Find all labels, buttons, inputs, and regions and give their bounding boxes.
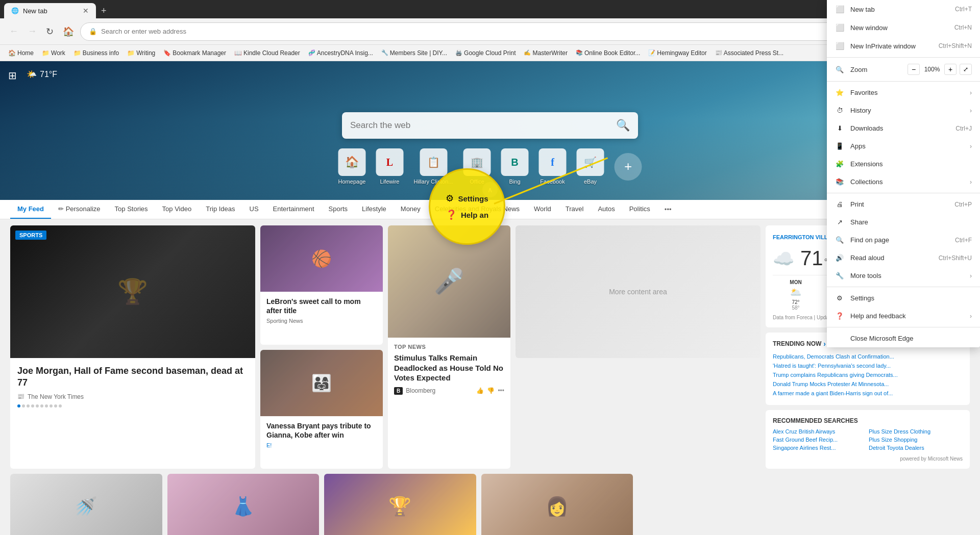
address-bar[interactable]: 🔒 ☆ — [80, 22, 883, 41]
address-input[interactable] — [101, 28, 863, 35]
rec-item-2[interactable]: Plus Size Dress Clothing — [869, 428, 963, 435]
history-icon: ⏱ — [835, 107, 844, 114]
bookmark-google-print[interactable]: 🖨️ Google Cloud Print — [451, 48, 520, 58]
trending-item-3[interactable]: Trump complains Republicans giving Democ… — [773, 370, 963, 379]
menu-new-window[interactable]: ⬜ New window Ctrl+N — [827, 18, 980, 37]
home-button[interactable]: 🏠 — [60, 23, 77, 40]
tab[interactable]: 🌐 New tab ✕ — [4, 3, 96, 18]
rec-item-3[interactable]: Fast Ground Beef Recip... — [773, 437, 867, 443]
quick-link-homepage[interactable]: 🏠 Homepage — [338, 148, 365, 185]
quick-link-ebay[interactable]: 🛒 eBay — [577, 148, 604, 185]
nav-top-video[interactable]: Top Video — [155, 200, 199, 219]
menu-extensions[interactable]: 🧩 Extensions — [827, 155, 980, 173]
bindi-card[interactable]: 👩 TV Bindi Irwin shares update on pregna… — [481, 474, 633, 535]
top-news-title: Stimulus Talks Remain Deadlocked as Hous… — [394, 353, 504, 383]
add-quick-link-button[interactable]: + — [615, 153, 642, 181]
nav-us[interactable]: US — [242, 200, 266, 219]
bookmark-manager[interactable]: 🔖 Bookmark Manager — [159, 48, 230, 58]
trending-item-5[interactable]: A farmer made a giant Biden-Harris sign … — [773, 389, 963, 398]
menu-collections[interactable]: 📚 Collections › — [827, 173, 980, 191]
top-news-card[interactable]: 🎤 TOP NEWS Stimulus Talks Remain Deadloc… — [388, 225, 510, 469]
top-news-label: TOP NEWS — [394, 344, 504, 350]
nav-money[interactable]: Money — [394, 200, 428, 219]
nav-politics[interactable]: Politics — [622, 200, 657, 219]
settings-menu-icon: ⚙ — [835, 294, 844, 302]
rec-item-5[interactable]: Singapore Airlines Rest... — [773, 445, 867, 451]
menu-find[interactable]: 🔍 Find on page Ctrl+F — [827, 231, 980, 249]
vanessa-card-image: 👨‍👩‍👧 — [260, 350, 383, 416]
menu-more-tools[interactable]: 🔧 More tools › — [827, 267, 980, 285]
grid-menu-button[interactable]: ⊞ — [8, 69, 17, 82]
bookmark-work[interactable]: 📁 Work — [38, 48, 69, 58]
zoom-out-button[interactable]: − — [908, 64, 920, 75]
tab-label: New tab — [23, 7, 47, 15]
nav-entertainment[interactable]: Entertainment — [266, 200, 322, 219]
trending-item-1[interactable]: Republicans, Democrats Clash at Confirma… — [773, 352, 963, 361]
forward-button[interactable]: → — [24, 23, 40, 40]
like-icon[interactable]: 👍 — [476, 387, 484, 394]
lakers-card-image: 🏆 — [324, 474, 476, 535]
menu-print[interactable]: 🖨 Print Ctrl+P — [827, 195, 980, 213]
search-input[interactable] — [350, 120, 610, 131]
bookmark-business[interactable]: 📁 Business info — [69, 48, 123, 58]
bookmark-hemingway[interactable]: 📝 Hemingway Editor — [644, 48, 710, 58]
nav-personalize[interactable]: ✏ Personalize — [51, 200, 108, 219]
bookmark-ap[interactable]: 📰 Associated Press St... — [711, 48, 788, 58]
nav-more[interactable]: ••• — [657, 200, 679, 218]
nav-trip-ideas[interactable]: Trip Ideas — [199, 200, 242, 219]
menu-downloads[interactable]: ⬇ Downloads Ctrl+J — [827, 119, 980, 137]
rec-item-6[interactable]: Detroit Toyota Dealers — [869, 445, 963, 451]
menu-favorites[interactable]: ⭐ Favorites › — [827, 84, 980, 101]
lebron-card[interactable]: 🏀 LeBron's sweet call to mom after title… — [260, 225, 383, 345]
trending-item-4[interactable]: Donald Trump Mocks Protester At Minnesot… — [773, 379, 963, 389]
nav-sports[interactable]: Sports — [322, 200, 355, 219]
bookmark-home[interactable]: 🏠 Home — [4, 48, 38, 58]
search-button[interactable]: 🔍 — [616, 119, 630, 132]
menu-new-tab[interactable]: ⬜ New tab Ctrl+T — [827, 0, 980, 18]
search-box[interactable]: 🔍 — [342, 112, 638, 139]
favorites-menu-icon: ⭐ — [835, 89, 844, 96]
back-button[interactable]: ← — [6, 23, 21, 40]
menu-help[interactable]: ❓ Help and feedback › — [827, 307, 980, 325]
bookmark-writing[interactable]: 📁 Writing — [123, 48, 159, 58]
menu-read-aloud[interactable]: 🔊 Read aloud Ctrl+Shift+U — [827, 249, 980, 267]
zoom-in-button[interactable]: + — [944, 64, 957, 75]
reload-button[interactable]: ↻ — [43, 23, 57, 40]
nav-autos[interactable]: Autos — [591, 200, 622, 219]
plus-size-card[interactable]: 👗 On The Plus Side - Flatter Your Curves — [167, 474, 320, 535]
lakers-card[interactable]: 🏆 NBA Vanessa Bryant wishes Kobe and Gig… — [324, 474, 476, 535]
nav-lifestyle[interactable]: Lifestyle — [355, 200, 394, 219]
menu-apps[interactable]: 📱 Apps › — [827, 137, 980, 155]
quick-link-lifewire[interactable]: L Lifewire — [376, 148, 403, 185]
rec-item-1[interactable]: Alex Cruz British Airways — [773, 428, 867, 435]
trending-item-2[interactable]: 'Hatred is taught': Pennsylvania's secon… — [773, 361, 963, 370]
nav-travel[interactable]: Travel — [558, 200, 591, 219]
bookmark-masterwriter[interactable]: ✍️ MasterWriter — [520, 48, 571, 58]
menu-close-edge[interactable]: Close Microsoft Edge — [827, 329, 980, 347]
bookmark-kindle[interactable]: 📖 Kindle Cloud Reader — [230, 48, 304, 58]
zoom-fullscreen-button[interactable]: ⤢ — [960, 64, 972, 75]
nav-top-stories[interactable]: Top Stories — [108, 200, 155, 219]
new-tab-button[interactable]: + — [96, 4, 112, 18]
menu-history[interactable]: ⏱ History › — [827, 101, 980, 119]
menu-settings[interactable]: ⚙ Settings — [827, 289, 980, 307]
more-tools-icon: 🔧 — [835, 272, 844, 279]
featured-card-image: 🏆 SPORTS — [10, 225, 255, 358]
bookmark-ancestry[interactable]: 🧬 AncestryDNA Insig... — [304, 48, 377, 58]
more-icon[interactable]: ••• — [498, 387, 504, 394]
menu-share[interactable]: ↗ Share — [827, 213, 980, 231]
bookmark-members[interactable]: 🔧 Members Site | DIY... — [377, 48, 451, 58]
vanessa-card[interactable]: 👨‍👩‍👧 Vanessa Bryant pays tribute to Gia… — [260, 350, 383, 469]
settings-circle-item-1[interactable]: ⚙ Settings — [446, 193, 488, 204]
nav-world[interactable]: World — [527, 200, 558, 219]
menu-inprivate[interactable]: ⬜ New InPrivate window Ctrl+Shift+N — [827, 37, 980, 55]
tab-close-icon[interactable]: ✕ — [83, 7, 89, 15]
nav-my-feed[interactable]: My Feed — [10, 200, 51, 219]
shower-card[interactable]: 🚿 How To Easily Fix Low Water Pressure I… — [10, 474, 162, 535]
weather-widget: 🌤️ 71°F — [27, 69, 57, 79]
dislike-icon[interactable]: 👎 — [487, 387, 495, 394]
featured-sports-card[interactable]: 🏆 SPORTS Joe Morgan, Hall of Fame second… — [10, 225, 255, 469]
settings-circle-item-2[interactable]: ❓ Help an — [446, 209, 488, 220]
rec-item-4[interactable]: Plus Size Shopping — [869, 437, 963, 443]
bookmark-book-editor[interactable]: 📚 Online Book Editor... — [572, 48, 644, 58]
